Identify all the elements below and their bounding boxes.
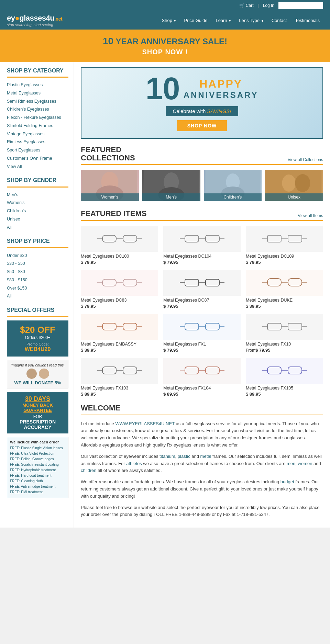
header: ey●glasses4u.net stop searching, start s… (0, 11, 330, 30)
women-link[interactable]: women (298, 461, 312, 466)
product-fx105[interactable]: Metal Eyeglasses FX105 $ 89.95 (246, 358, 323, 397)
product-duke-price: $ 39.95 (246, 304, 323, 309)
product-dc109-name: Metal Eyeglasses DC109 (246, 254, 323, 259)
product-dc87[interactable]: Metal Eyeglasses DC87 $ 79.95 (163, 270, 241, 309)
list-item[interactable]: Over $150 (7, 284, 68, 293)
titanium-link[interactable]: titanium (160, 454, 175, 459)
guarantee-prescription: PRESCRIPTION (10, 419, 65, 425)
product-dc104[interactable]: Metal Eyeglasses DC104 $ 79.95 (163, 226, 241, 265)
category-section-title: SHOP BY CATEGORY (7, 67, 68, 74)
list-item[interactable]: Unisex (7, 215, 68, 224)
guarantee-for: FOR (10, 414, 65, 419)
top-bar: 🛒 Cart | Log In (0, 0, 330, 11)
list-item[interactable]: Flexon - Flexure Eyeglasses (7, 114, 68, 122)
metal-link[interactable]: metal (200, 454, 211, 459)
product-fx10[interactable]: Metal Eyeglasses FX10 From$ 79.95 (246, 314, 323, 353)
anni-happy: HAPPY (184, 78, 258, 90)
list-item[interactable]: All (7, 224, 68, 232)
product-fx105-price: $ 89.95 (246, 392, 323, 397)
product-fx103[interactable]: Metal Eyeglasses FX103 $ 89.95 (81, 358, 158, 397)
website-link[interactable]: WWW.EYEGLASSES4U.NET (115, 421, 174, 426)
budget-link[interactable]: budget (280, 479, 294, 484)
list-item[interactable]: Women's (7, 199, 68, 207)
list-item[interactable]: $30 - $50 (7, 260, 68, 268)
men-link[interactable]: men (287, 461, 295, 466)
nav-lens-type[interactable]: Lens Type ▾ (235, 16, 266, 25)
view-all-collections-link[interactable]: View all Collections (288, 157, 323, 162)
nav-price-guide[interactable]: Price Guide (180, 16, 211, 25)
donate-box: Imagine if you couldn't read this. WE WI… (7, 360, 68, 388)
collection-unisex[interactable]: Unisex (265, 170, 323, 201)
sale-banner-shop-now[interactable]: SHOP NOW ! (6, 48, 324, 56)
collection-childrens[interactable]: Children's (204, 170, 262, 201)
search-input[interactable] (278, 2, 323, 9)
nav-learn[interactable]: Learn ▾ (212, 16, 234, 25)
nav-shop[interactable]: Shop ▾ (158, 16, 179, 25)
athletes-link[interactable]: athletes (126, 461, 142, 466)
gender-section-title: SHOP BY GENDER (7, 177, 68, 183)
list-item[interactable]: Metal Eyeglasses (7, 89, 68, 98)
svg-rect-70 (288, 367, 302, 374)
product-dc109[interactable]: Metal Eyeglasses DC109 $ 79.95 (246, 226, 323, 265)
guarantee-days: 30 DAYS (10, 395, 65, 403)
product-fx103-price: $ 89.95 (81, 392, 158, 397)
list-item[interactable]: View All (7, 163, 68, 171)
product-dc83-img (96, 275, 144, 291)
product-dc100-price: $ 79.95 (81, 260, 158, 265)
list-item[interactable]: Plastic Eyeglasses (7, 81, 68, 89)
svg-rect-48 (185, 323, 199, 330)
collection-mens[interactable]: Men's (142, 170, 200, 201)
logo[interactable]: ey●glasses4u.net stop searching, start s… (7, 14, 62, 27)
special-offers-title: SPECIAL OFFERS (7, 307, 68, 313)
list-item[interactable]: Slimfold Folding Frames (7, 122, 68, 130)
product-fx1-name: Metal Eyeglasses FX1 (163, 342, 241, 347)
cart-link[interactable]: 🛒 Cart (239, 3, 253, 8)
view-all-items-link[interactable]: View all Items (298, 213, 323, 218)
nav-contact[interactable]: Contact (268, 16, 290, 25)
product-dc109-price: $ 79.95 (246, 260, 323, 265)
list-item[interactable]: Sport Eyeglasses (7, 146, 68, 155)
product-fx1[interactable]: Metal Eyeglasses FX1 $ 79.95 (163, 314, 241, 353)
promo-box: $20 OFF Orders $200+ Promo Code: WEB4U20 (7, 320, 68, 357)
list-item[interactable]: Rimless Eyeglasses (7, 138, 68, 146)
collections-grid: Women's Men's (81, 170, 323, 201)
sale-banner: 10 YEAR ANNIVERSARY SALE! SHOP NOW ! (0, 30, 330, 62)
product-dc104-price: $ 79.95 (163, 260, 241, 265)
login-link[interactable]: Log In (263, 3, 274, 8)
product-dc83[interactable]: Metal Eyeglasses DC83 $ 79.95 (81, 270, 158, 309)
includes-box: We include with each order FREE: Plastic… (7, 437, 68, 498)
product-dc83-name: Metal Eyeglasses DC83 (81, 298, 158, 303)
list-item[interactable]: Under $30 (7, 252, 68, 260)
list-item[interactable]: Customer's Own Frame (7, 155, 68, 163)
list-item[interactable]: All (7, 292, 68, 301)
list-item[interactable]: Men's (7, 191, 68, 199)
nav-testimonials[interactable]: Testimonials (292, 16, 323, 25)
list-item[interactable]: $50 - $80 (7, 268, 68, 276)
price-section-title: SHOP BY PRICE (7, 238, 68, 244)
offers-divider (7, 316, 68, 317)
product-dc109-img (261, 231, 309, 247)
price-divider (7, 247, 68, 248)
svg-rect-13 (102, 235, 116, 242)
plastic-link[interactable]: plastic (178, 454, 190, 459)
list-item[interactable]: Semi Rimless Eyeglasses (7, 98, 68, 106)
promo-label: Promo Code: (10, 342, 65, 346)
svg-rect-23 (267, 235, 281, 242)
product-fx104[interactable]: Metal Eyeglasses FX104 $ 89.95 (163, 358, 241, 397)
children-link[interactable]: children (81, 468, 97, 473)
sidebar: SHOP BY CATEGORY Plastic Eyeglasses Meta… (0, 62, 74, 528)
anniversary-shop-now-button[interactable]: SHOP NOW (177, 120, 227, 131)
list-item[interactable]: Children's Eyeglasses (7, 105, 68, 114)
product-duke[interactable]: Metal Eyeglasses DUKE $ 39.95 (246, 270, 323, 309)
items-header: FEATURED ITEMS View all Items (81, 210, 323, 218)
product-dc100[interactable]: Metal Eyeglasses DC100 $ 79.95 (81, 226, 158, 265)
includes-list: FREE: Plastic Single Vision lenses FREE:… (10, 445, 65, 495)
list-item[interactable]: Children's (7, 207, 68, 215)
product-fx104-img (178, 363, 226, 379)
logo-tagline: stop searching, start seeing (7, 23, 62, 27)
list-item[interactable]: $80 - $150 (7, 276, 68, 284)
list-item[interactable]: Vintage Eyeglasses (7, 130, 68, 138)
product-embassy[interactable]: Metal Eyeglasses EMBASSY $ 39.95 (81, 314, 158, 353)
guarantee-box: 30 DAYS MONEY BACK GUARANTEE FOR PRESCRI… (7, 392, 68, 433)
collection-womens[interactable]: Women's (81, 170, 139, 201)
